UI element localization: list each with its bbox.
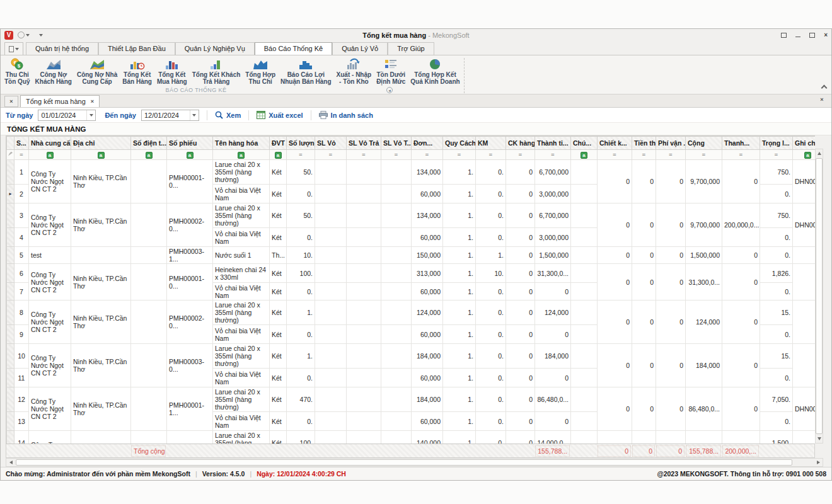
quick-access-button[interactable] [18,32,30,38]
column-header-slvot[interactable]: SL Vỏ T... [381,137,412,150]
ribbon-launcher-button[interactable] [4,42,23,55]
filter-cell-product[interactable]: a [213,150,270,160]
column-header-dvt[interactable]: ĐVT [270,137,287,150]
ribbon-item-tong-ket-ban-hang[interactable]: Tổng KếtBán Hàng [120,57,154,86]
tab-quan-ly-vo[interactable]: Quản Lý Vỏ [332,42,388,55]
filter-cell-km[interactable]: = [476,150,506,160]
table-row[interactable]: 14Công Ty Nước Ngọt CN CT 2Ninh Kiều, TP… [7,431,816,444]
ribbon-item-tong-hop-thu-chi[interactable]: Tổng HợpThu Chi [243,57,278,86]
fullscreen-button[interactable] [781,33,787,38]
filter-cell-weight[interactable]: = [760,150,793,160]
tab-thiet-lap-ban-dau[interactable]: Thiết Lập Ban Đầu [98,42,175,55]
ribbon-item-ton-duoi-dinh-muc[interactable]: Tồn DướiĐịnh Mức [374,57,408,86]
column-header-km[interactable]: KM [476,137,506,150]
column-header-note[interactable]: Ghi chú [793,137,816,150]
scroll-right-arrow[interactable] [814,459,823,466]
table-row[interactable]: 6Công Ty Nước Ngọt CN CT 2Ninh Kiều, TP.… [7,264,816,283]
filter-cell-spec[interactable]: = [443,150,476,160]
filter-cell-price[interactable]: = [412,150,443,160]
print-list-button[interactable]: In danh sách [319,111,373,119]
column-header-address[interactable]: Địa chỉ [71,137,131,150]
ribbon-item-tong-hop-ket-qua-kinh-doanh[interactable]: Tổng Hợp KếtQuả Kinh Doanh [408,57,462,86]
minimize-button[interactable] [795,37,800,37]
column-header-weight[interactable]: Trọng l... [760,137,793,150]
column-header-stt[interactable]: S... [14,137,29,150]
column-header-slvotra[interactable]: SL Vỏ Trả [347,137,381,150]
ribbon-item-tong-ket-khach-tra-hang[interactable]: Tổng Kết KháchTrả Hàng [190,57,243,86]
document-tab-tong-ket-mua-hang[interactable]: Tổng kết mua hàng × [20,95,100,107]
column-header-price[interactable]: Đơn... [412,137,443,150]
filter-cell-discount[interactable]: = [598,150,632,160]
close-all-tabs-button[interactable]: × [4,96,18,107]
column-header-slvo[interactable]: SL Vỏ [315,137,347,150]
filter-cell-ship[interactable]: = [656,150,686,160]
filter-cell-address[interactable]: a [71,150,131,160]
dropdown-button[interactable] [190,110,199,120]
close-document-button[interactable]: × [815,94,829,106]
restore-button[interactable] [809,33,815,38]
from-date-picker[interactable]: 01/01/2024 [38,110,96,121]
column-header-ck[interactable]: CK hàng [506,137,535,150]
column-header-ind[interactable] [7,137,14,150]
scroll-up-arrow[interactable] [816,149,823,158]
table-row[interactable]: 12Công Ty Nước Ngọt CN CT 2Ninh Kiều, TP… [7,387,816,412]
tab-tro-giup[interactable]: Trợ Giúp [388,42,434,55]
column-header-cong[interactable]: Cộng [686,137,722,150]
filter-cell-supplier[interactable]: a [29,150,71,160]
close-tab-icon[interactable]: × [91,98,94,105]
column-header-product[interactable]: Tên hàng hóa [213,137,270,150]
scroll-left-arrow[interactable] [6,459,15,466]
filter-cell-note[interactable]: a [793,150,816,160]
filter-cell-amount[interactable]: = [535,150,571,160]
table-row[interactable]: 10Công Ty Nước Ngọt CN CT 2Ninh Kiều, TP… [7,344,816,369]
filter-cell-dvt[interactable]: a [270,150,287,160]
ribbon-item-xuat-nhap-ton-kho[interactable]: Xuất - Nhập- Tồn Kho [334,57,374,86]
filter-cell-stt[interactable]: = [14,150,29,160]
column-header-discount[interactable]: Chiết k... [598,137,632,150]
column-header-qty[interactable]: Số lượng [287,137,315,150]
filter-cell-slvo[interactable]: = [315,150,347,160]
column-header-phieu[interactable]: Số phiếu [167,137,213,150]
filter-cell-phone[interactable]: a [131,150,167,160]
tab-bao-cao-thong-ke[interactable]: Báo Cáo Thống Kê [255,42,332,55]
view-button[interactable]: Xem [215,111,241,119]
tab-quan-tri-he-thong[interactable]: Quản trị hệ thống [26,42,98,55]
ribbon-collapse-chevron[interactable] [821,85,828,91]
table-row[interactable]: 3Công Ty Nước Ngọt CN CT 2Ninh Kiều, TP.… [7,203,816,228]
filter-cell-tax[interactable]: = [632,150,656,160]
ribbon-group-options-button[interactable]: ◂ [386,87,393,93]
filter-cell-chu[interactable]: a [571,150,598,160]
filter-cell-qty[interactable]: = [287,150,315,160]
filter-cell-ck[interactable]: = [506,150,535,160]
column-header-phone[interactable]: Số điện t... [131,137,167,150]
ribbon-item-cong-no-khach-hang[interactable]: Công NợKhách Hàng [33,57,74,86]
filter-cell-cong[interactable]: = [686,150,722,160]
scroll-down-arrow[interactable] [816,435,823,443]
ribbon-item-tong-ket-mua-hang[interactable]: Tổng KếtMua Hàng [154,57,190,86]
ribbon-item-bao-cao-loi-nhuan-ban-hang[interactable]: Báo Cáo LợiNhuận Bán Hàng [278,57,334,86]
filter-cell-phieu[interactable]: a [167,150,213,160]
column-header-supplier[interactable]: Nhà cung cấp [29,137,71,150]
filter-cell-paid[interactable]: = [722,150,760,160]
table-row[interactable]: 8Công Ty Nước Ngọt CN CT 2Ninh Kiều, TP.… [7,301,816,325]
filter-cell-slvotra[interactable]: = [347,150,381,160]
horizontal-scrollbar[interactable] [6,458,823,467]
tab-quan-ly-nghiep-vu[interactable]: Quản Lý Nghiệp Vụ [175,42,255,55]
horizontal-scroll-thumb[interactable] [16,459,792,466]
table-row[interactable]: 5testPMH00003-1...Nước suối 1Th...10.150… [7,247,816,264]
close-button[interactable]: × [824,32,828,38]
to-date-picker[interactable]: 12/01/2024 [141,110,199,121]
column-header-spec[interactable]: Quy Cách [443,137,476,150]
filter-cell-slvot[interactable]: = [381,150,412,160]
ribbon-item-cong-no-nha-cung-cap[interactable]: Công Nợ NhàCung Cấp [74,57,120,86]
vertical-scroll-thumb[interactable] [816,158,823,434]
ribbon-item-thu-chi-ton-quy[interactable]: €$ Thu ChiTồn Quỹ [2,57,33,86]
table-row[interactable]: 1Công Ty Nước Ngọt CN CT 2Ninh Kiều, TP.… [7,160,816,185]
dropdown-button[interactable] [86,110,95,120]
export-excel-button[interactable]: Xuất excel [257,111,303,119]
column-header-paid[interactable]: Thanh... [722,137,760,150]
vertical-scrollbar[interactable] [815,149,823,444]
column-header-chu[interactable]: Chú... [571,137,598,150]
column-header-tax[interactable]: Tiền thuế [632,137,656,150]
toolbar-options-dropdown[interactable] [39,34,43,37]
